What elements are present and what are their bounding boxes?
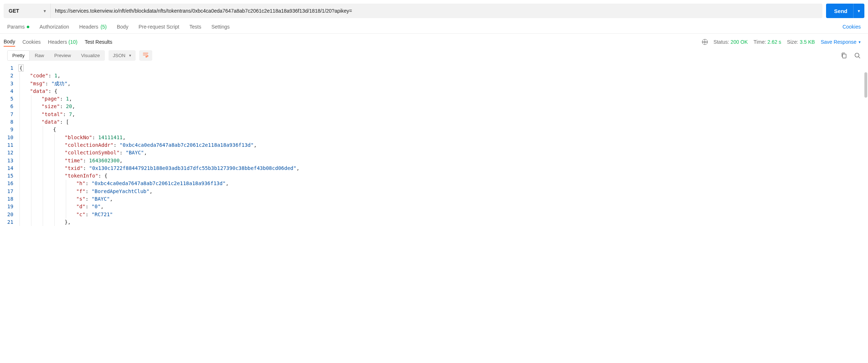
code-line: "data": [ <box>18 118 868 126</box>
cookies-link[interactable]: Cookies <box>842 24 861 30</box>
request-config-tabs: Params Authorization Headers (5) Body Pr… <box>0 22 868 34</box>
dot-indicator-icon <box>27 26 29 28</box>
chevron-down-icon[interactable]: ▾ <box>853 4 864 18</box>
code-line: "data": { <box>18 87 868 95</box>
view-pretty-button[interactable]: Pretty <box>7 50 30 61</box>
url-input[interactable] <box>51 4 822 18</box>
code-line: "size": 20, <box>18 103 868 110</box>
tab-headers[interactable]: Headers (5) <box>79 24 107 30</box>
code-line: "tokenInfo": { <box>18 172 868 180</box>
http-method-label: GET <box>9 8 19 14</box>
code-line: { <box>18 64 868 72</box>
code-line: "txid": "0x130c1722f88447921b188e03adb31… <box>18 165 868 172</box>
response-body-code[interactable]: 123456789101112131415161718192021 {"code… <box>0 63 868 230</box>
code-line: "c": "RC721" <box>18 211 868 218</box>
copy-icon <box>841 52 847 59</box>
tab-params[interactable]: Params <box>7 24 29 30</box>
svg-point-1 <box>855 53 859 57</box>
code-line: "d": "0", <box>18 203 868 210</box>
search-button[interactable] <box>854 52 861 59</box>
line-number-gutter: 123456789101112131415161718192021 <box>0 64 18 226</box>
resp-tab-cookies[interactable]: Cookies <box>22 38 41 46</box>
tab-settings[interactable]: Settings <box>211 24 230 30</box>
response-tabs: Body Cookies Headers (10) Test Results S… <box>0 34 868 47</box>
code-line: "msg": "成功", <box>18 80 868 87</box>
code-line: "blockNo": 14111411, <box>18 134 868 141</box>
svg-line-2 <box>859 57 860 58</box>
wrap-lines-button[interactable] <box>139 50 152 61</box>
http-method-select[interactable]: GET ▾ <box>4 4 51 18</box>
code-content: {"code": 1,"msg": "成功","data": {"page": … <box>18 64 868 226</box>
request-bar: GET ▾ Send ▾ <box>0 0 868 22</box>
format-select[interactable]: JSON ▾ <box>109 50 136 61</box>
code-line: "collectionAddr": "0xbc4ca0eda7647a8ab7c… <box>18 141 868 149</box>
tab-tests[interactable]: Tests <box>190 24 201 30</box>
view-visualize-button[interactable]: Visualize <box>76 50 105 61</box>
code-line: "f": "BoredApeYachtClub", <box>18 188 868 195</box>
code-line: }, <box>18 218 868 226</box>
tab-authorization[interactable]: Authorization <box>39 24 69 30</box>
view-preview-button[interactable]: Preview <box>49 50 76 61</box>
code-line: "s": "BAYC", <box>18 195 868 203</box>
view-raw-button[interactable]: Raw <box>30 50 49 61</box>
svg-rect-0 <box>843 54 846 58</box>
send-button[interactable]: Send ▾ <box>826 4 864 18</box>
time-block: Time: 2.62 s <box>754 39 782 45</box>
resp-tab-test-results[interactable]: Test Results <box>85 38 112 46</box>
wrap-icon <box>143 52 149 57</box>
view-toolbar: Pretty Raw Preview Visualize JSON ▾ <box>0 47 868 63</box>
tab-prerequest-script[interactable]: Pre-request Script <box>139 24 179 30</box>
chevron-down-icon: ▾ <box>44 9 46 13</box>
globe-icon[interactable] <box>702 39 708 45</box>
tab-body[interactable]: Body <box>117 24 128 30</box>
chevron-down-icon: ▾ <box>859 40 861 44</box>
view-mode-segment: Pretty Raw Preview Visualize <box>7 50 105 61</box>
code-line: "time": 1643602300, <box>18 157 868 165</box>
search-icon <box>854 52 861 59</box>
code-line: "total": 7, <box>18 111 868 118</box>
save-response-button[interactable]: Save Response ▾ <box>821 39 861 45</box>
code-line: { <box>18 126 868 133</box>
code-line: "page": 1, <box>18 95 868 103</box>
copy-button[interactable] <box>841 52 847 59</box>
size-block: Size: 3.5 KB <box>787 39 815 45</box>
code-line: "h": "0xbc4ca0eda7647a8ab7c2061c2e118a18… <box>18 180 868 187</box>
status-block: Status: 200 OK <box>714 39 748 45</box>
resp-tab-headers[interactable]: Headers (10) <box>48 38 78 46</box>
code-line: "code": 1, <box>18 72 868 80</box>
resp-tab-body[interactable]: Body <box>4 37 15 47</box>
scrollbar-thumb[interactable] <box>864 72 867 98</box>
code-line: "collectionSymbol": "BAYC", <box>18 149 868 157</box>
send-button-label: Send <box>834 8 853 14</box>
chevron-down-icon: ▾ <box>129 53 131 58</box>
